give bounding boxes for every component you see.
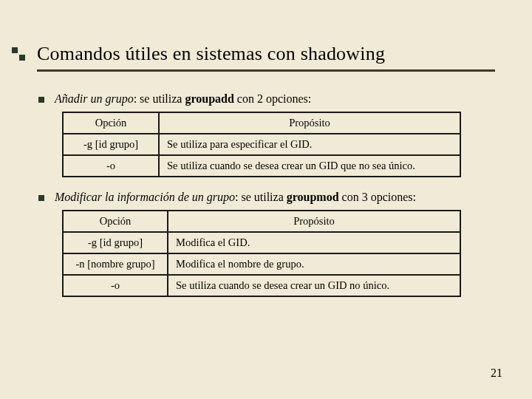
- page-number: 21: [491, 366, 502, 380]
- bullet-line: Modificar la información de un grupo: se…: [37, 191, 495, 204]
- th-option: Opción: [63, 211, 168, 232]
- cell-option: -o: [63, 275, 168, 296]
- table-groupadd: Opción Propósito -g [id grupo] Se utiliz…: [62, 112, 461, 177]
- lead-tail: con 3 opciones:: [339, 191, 416, 203]
- square-bullet-icon: [38, 195, 44, 201]
- table-row: -o Se utiliza cuando se desea crear un G…: [63, 155, 460, 177]
- table-row: -g [id grupo] Se utiliza para especifica…: [63, 134, 460, 155]
- table-groupmod: Opción Propósito -g [id grupo] Modifica …: [62, 210, 461, 297]
- cell-option: -g [id grupo]: [63, 232, 168, 253]
- cell-option: -g [id grupo]: [63, 134, 159, 155]
- title-underline: [37, 69, 495, 72]
- lead-tail: con 2 opciones:: [234, 92, 311, 105]
- th-purpose: Propósito: [159, 112, 460, 134]
- title-bullet-icon: [12, 47, 25, 61]
- th-option: Opción: [63, 112, 159, 134]
- cell-option: -o: [63, 155, 159, 177]
- lead-rest: : se utiliza: [134, 92, 185, 105]
- section-modify-group: Modificar la información de un grupo: se…: [37, 191, 495, 297]
- cell-purpose: Se utiliza cuando se desea crear un GID …: [168, 275, 460, 296]
- bullet-text: Añadir un grupo: se utiliza groupadd con…: [55, 92, 311, 106]
- table-header-row: Opción Propósito: [63, 211, 460, 232]
- cell-purpose: Se utiliza para especificar el GID.: [159, 134, 460, 155]
- table-row: -n [nombre grupo] Modifica el nombre de …: [63, 253, 460, 275]
- lead-cmd: groupadd: [185, 92, 233, 105]
- bullet-text: Modificar la información de un grupo: se…: [55, 191, 416, 204]
- lead-rest: : se utiliza: [235, 191, 287, 203]
- cell-purpose: Se utiliza cuando se desea crear un GID …: [159, 155, 460, 177]
- square-bullet-icon: [38, 97, 44, 103]
- table-row: -o Se utiliza cuando se desea crear un G…: [63, 275, 460, 296]
- title-row: Comandos útiles en sistemas con shadowin…: [12, 43, 495, 65]
- page-title: Comandos útiles en sistemas con shadowin…: [37, 43, 385, 65]
- lead-italic: Añadir un grupo: [55, 92, 134, 105]
- th-purpose: Propósito: [168, 211, 460, 232]
- cell-purpose: Modifica el nombre de grupo.: [168, 253, 460, 275]
- table-header-row: Opción Propósito: [63, 112, 460, 134]
- cell-option: -n [nombre grupo]: [63, 253, 168, 275]
- lead-italic: Modificar la información de un grupo: [55, 191, 235, 203]
- bullet-line: Añadir un grupo: se utiliza groupadd con…: [37, 92, 495, 106]
- section-add-group: Añadir un grupo: se utiliza groupadd con…: [37, 92, 495, 177]
- cell-purpose: Modifica el GID.: [168, 232, 460, 253]
- table-row: -g [id grupo] Modifica el GID.: [63, 232, 460, 253]
- slide: Comandos útiles en sistemas con shadowin…: [0, 0, 532, 322]
- lead-cmd: groupmod: [287, 191, 339, 203]
